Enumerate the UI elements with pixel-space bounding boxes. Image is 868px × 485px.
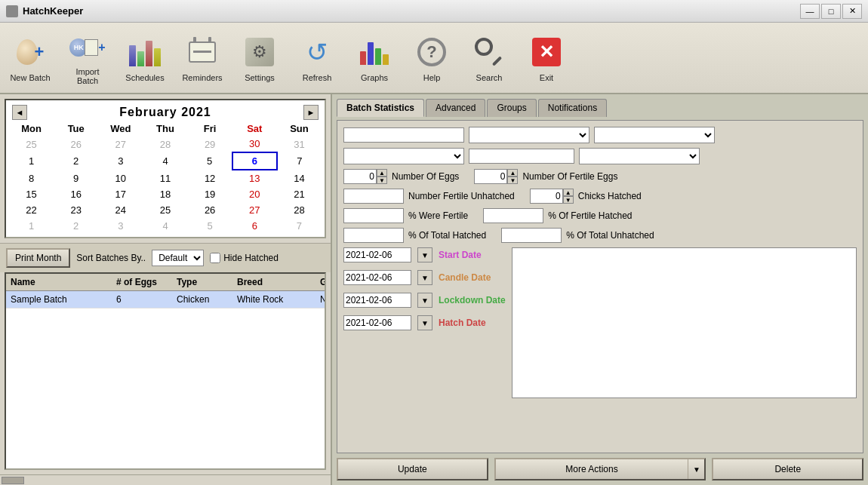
cal-day[interactable]: 22 xyxy=(9,202,54,218)
exit-button[interactable]: ✕ Exit xyxy=(519,27,574,89)
fertile-eggs-input[interactable]: 0 xyxy=(474,169,507,184)
notes-textarea[interactable] xyxy=(512,248,856,398)
import-batch-button[interactable]: HK + Import Batch xyxy=(60,27,115,89)
more-actions-dropdown-button[interactable]: ▼ xyxy=(688,459,704,479)
fertile-eggs-spin-up[interactable]: ▲ xyxy=(507,169,518,177)
stats-select-3[interactable] xyxy=(343,148,464,164)
cal-day[interactable]: 28 xyxy=(143,136,187,152)
cal-day[interactable]: 16 xyxy=(54,186,98,202)
cal-day[interactable]: 25 xyxy=(9,136,54,152)
cal-day[interactable]: 21 xyxy=(277,186,322,202)
start-date-input[interactable]: 2021-02-06 xyxy=(343,247,411,262)
settings-button[interactable]: ⚙ Settings xyxy=(232,27,287,89)
cal-day[interactable]: 26 xyxy=(54,136,98,152)
close-button[interactable]: ✕ xyxy=(842,4,862,19)
calendar-next-button[interactable]: ► xyxy=(303,105,319,120)
lockdown-date-cal-button[interactable]: ▼ xyxy=(417,293,432,308)
cal-day[interactable]: 29 xyxy=(188,136,232,152)
cal-day[interactable]: 19 xyxy=(188,186,232,202)
cal-day[interactable]: 4 xyxy=(143,218,187,234)
pct-total-hatched-input[interactable] xyxy=(343,228,404,243)
minimize-button[interactable]: — xyxy=(800,4,820,19)
cal-day[interactable]: 7 xyxy=(277,218,322,234)
stats-input-1[interactable] xyxy=(343,127,464,143)
cal-day[interactable]: 30 xyxy=(232,136,277,152)
hatch-date-input[interactable]: 2021-02-06 xyxy=(343,315,411,330)
cal-day[interactable]: 14 xyxy=(277,170,322,186)
sort-select[interactable]: Default Name Date Type xyxy=(152,250,204,266)
hide-hatched-checkbox[interactable] xyxy=(210,253,220,263)
calendar-prev-button[interactable]: ◄ xyxy=(12,105,27,120)
cal-day[interactable]: 28 xyxy=(277,202,322,218)
cal-day[interactable]: 13 xyxy=(232,170,277,186)
tab-advanced[interactable]: Advanced xyxy=(426,99,485,117)
cal-day[interactable]: 6 xyxy=(232,218,277,234)
cal-day[interactable]: 8 xyxy=(9,170,54,186)
stats-select-2[interactable] xyxy=(594,127,715,143)
stats-select-4[interactable] xyxy=(579,148,700,164)
search-button[interactable]: Search xyxy=(462,27,516,89)
cal-day[interactable]: 1 xyxy=(9,152,54,170)
tab-groups[interactable]: Groups xyxy=(487,99,536,117)
pct-fertile-hatched-input[interactable] xyxy=(483,208,543,223)
print-month-button[interactable]: Print Month xyxy=(6,248,70,268)
cal-day[interactable]: 5 xyxy=(188,218,232,234)
cal-day[interactable]: 17 xyxy=(98,186,143,202)
refresh-button[interactable]: ↺ Refresh xyxy=(290,27,344,89)
batch-row[interactable]: Sample Batch 6 Chicken White Rock None xyxy=(6,291,325,308)
tab-notifications[interactable]: Notifications xyxy=(538,99,607,117)
cal-day[interactable]: 11 xyxy=(143,170,187,186)
stats-select-1[interactable] xyxy=(469,127,589,143)
chicks-spin-up[interactable]: ▲ xyxy=(563,189,574,196)
cal-day[interactable]: 20 xyxy=(232,186,277,202)
update-button[interactable]: Update xyxy=(337,458,488,480)
scroll-thumb[interactable] xyxy=(2,477,24,484)
help-button[interactable]: ? Help xyxy=(405,27,459,89)
cal-day[interactable]: 25 xyxy=(143,202,187,218)
horizontal-scrollbar[interactable] xyxy=(0,474,331,485)
cal-day[interactable]: 1 xyxy=(9,218,54,234)
schedules-button[interactable]: Schedules xyxy=(118,27,172,89)
cal-day[interactable]: 3 xyxy=(98,152,143,170)
eggs-input[interactable]: 0 xyxy=(343,169,377,184)
cal-day[interactable]: 5 xyxy=(188,152,232,170)
cal-day[interactable]: 3 xyxy=(98,218,143,234)
cal-day[interactable]: 2 xyxy=(54,152,98,170)
new-batch-button[interactable]: + New Batch xyxy=(3,27,57,89)
chicks-input[interactable]: 0 xyxy=(530,189,563,204)
delete-button[interactable]: Delete xyxy=(712,458,863,480)
pct-fertile-input[interactable] xyxy=(343,208,404,223)
cal-day[interactable]: 2 xyxy=(54,218,98,234)
cal-day[interactable]: 18 xyxy=(143,186,187,202)
stats-input-2[interactable] xyxy=(469,149,574,164)
chicks-spin-down[interactable]: ▼ xyxy=(563,196,574,204)
tab-batch-statistics[interactable]: Batch Statistics xyxy=(337,99,424,117)
cal-day[interactable]: 10 xyxy=(98,170,143,186)
maximize-button[interactable]: □ xyxy=(821,4,841,19)
cal-day[interactable]: 9 xyxy=(54,170,98,186)
reminders-button[interactable]: Reminders xyxy=(175,27,229,89)
cal-today[interactable]: 6 xyxy=(232,152,277,170)
cal-day[interactable]: 15 xyxy=(9,186,54,202)
graphs-button[interactable]: Graphs xyxy=(347,27,402,89)
candle-date-cal-button[interactable]: ▼ xyxy=(417,270,432,285)
start-date-cal-button[interactable]: ▼ xyxy=(417,247,432,262)
cal-day[interactable]: 12 xyxy=(188,170,232,186)
pct-total-unhatched-input[interactable] xyxy=(501,228,562,243)
cal-day[interactable]: 26 xyxy=(188,202,232,218)
eggs-spin-up[interactable]: ▲ xyxy=(377,169,387,177)
cal-day[interactable]: 27 xyxy=(232,202,277,218)
cal-day[interactable]: 7 xyxy=(277,152,322,170)
hatch-date-cal-button[interactable]: ▼ xyxy=(417,315,432,330)
cal-day[interactable]: 23 xyxy=(54,202,98,218)
cal-day[interactable]: 27 xyxy=(98,136,143,152)
cal-day[interactable]: 31 xyxy=(277,136,322,152)
eggs-spin-down[interactable]: ▼ xyxy=(377,177,387,184)
candle-date-input[interactable]: 2021-02-06 xyxy=(343,270,411,285)
cal-day[interactable]: 4 xyxy=(143,152,187,170)
lockdown-date-input[interactable]: 2021-02-06 xyxy=(343,293,411,308)
fertile-unhatched-input[interactable] xyxy=(343,189,404,204)
fertile-eggs-spin-down[interactable]: ▼ xyxy=(507,177,518,184)
cal-day[interactable]: 24 xyxy=(98,202,143,218)
more-actions-button[interactable]: More Actions xyxy=(496,459,688,479)
